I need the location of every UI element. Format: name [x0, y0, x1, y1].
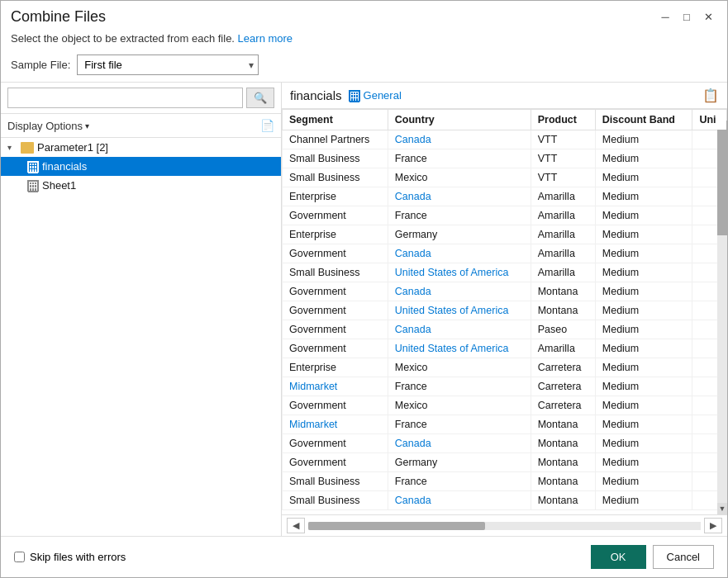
cell-country: France	[388, 206, 531, 225]
cell-country: Canada	[388, 320, 531, 339]
combine-files-dialog: Combine Files ─ □ ✕ Select the object to…	[0, 0, 728, 578]
cell-discount-band: Medium	[595, 282, 692, 301]
search-button[interactable]: 🔍	[246, 88, 274, 108]
data-table: Segment Country Product Discount Band Un…	[282, 109, 727, 510]
title-bar: Combine Files ─ □ ✕	[1, 1, 727, 29]
table-row: Channel Partners Canada VTT Medium	[283, 130, 727, 149]
tree-area: ▾ Parameter1 [2] financials	[1, 138, 281, 536]
cell-country: Canada	[388, 130, 531, 149]
display-options-button[interactable]: Display Options ▾	[7, 120, 89, 132]
cell-product: Montana	[531, 415, 595, 434]
horiz-scroll-track[interactable]	[308, 522, 701, 530]
cancel-button[interactable]: Cancel	[653, 545, 714, 569]
sample-file-row: Sample File: First file Last file Custom	[1, 51, 727, 82]
cell-discount-band: Medium	[595, 377, 692, 396]
table-wrapper: Segment Country Product Discount Band Un…	[282, 109, 727, 514]
cell-country: Canada	[388, 491, 531, 510]
cell-segment: Small Business	[283, 168, 388, 187]
right-panel: financials General 📋	[282, 83, 727, 536]
cell-country: France	[388, 149, 531, 168]
footer-buttons: OK Cancel	[591, 545, 714, 569]
cell-discount-band: Medium	[595, 491, 692, 510]
cell-discount-band: Medium	[595, 225, 692, 244]
minimize-button[interactable]: ─	[656, 7, 674, 26]
scroll-track[interactable]	[717, 121, 727, 503]
cell-country: France	[388, 472, 531, 491]
close-button[interactable]: ✕	[699, 7, 717, 26]
cell-product: Amarilla	[531, 263, 595, 282]
scroll-down-button[interactable]: ▼	[717, 503, 727, 514]
scroll-right-button[interactable]: ▶	[704, 518, 722, 533]
cell-segment: Channel Partners	[283, 130, 388, 149]
cell-discount-band: Medium	[595, 130, 692, 149]
cell-discount-band: Medium	[595, 339, 692, 358]
cell-discount-band: Medium	[595, 434, 692, 453]
cell-country: Mexico	[388, 168, 531, 187]
cell-product: Amarilla	[531, 339, 595, 358]
table-row: Government United States of America Amar…	[283, 339, 727, 358]
scroll-left-button[interactable]: ◀	[287, 518, 305, 533]
footer: Skip files with errors OK Cancel	[1, 536, 727, 577]
table-row: Small Business Mexico VTT Medium	[283, 168, 727, 187]
preview-action-button[interactable]: 📋	[702, 88, 719, 103]
cell-country: United States of America	[388, 339, 531, 358]
table-row: Enterprise Mexico Carretera Medium	[283, 358, 727, 377]
table-general-icon	[349, 90, 360, 102]
cell-discount-band: Medium	[595, 187, 692, 206]
cell-discount-band: Medium	[595, 358, 692, 377]
table-header-row: Segment Country Product Discount Band Un…	[283, 110, 727, 130]
cell-product: Montana	[531, 301, 595, 320]
dialog-title: Combine Files	[11, 8, 106, 26]
new-file-icon-button[interactable]: 📄	[260, 119, 274, 132]
cell-segment: Midmarket	[283, 415, 388, 434]
table-row: Enterprise Germany Amarilla Medium	[283, 225, 727, 244]
maximize-button[interactable]: □	[678, 7, 696, 26]
ok-button[interactable]: OK	[591, 545, 646, 569]
col-segment: Segment	[283, 110, 388, 130]
cell-segment: Government	[283, 282, 388, 301]
tree-node-financials[interactable]: financials	[1, 157, 281, 176]
tree-root-node[interactable]: ▾ Parameter1 [2]	[1, 138, 281, 157]
cell-country: Canada	[388, 244, 531, 263]
table-row: Government United States of America Mont…	[283, 301, 727, 320]
learn-more-link[interactable]: Learn more	[238, 32, 293, 45]
cell-product: Amarilla	[531, 206, 595, 225]
sample-file-select[interactable]: First file Last file Custom	[77, 54, 259, 75]
cell-product: Montana	[531, 453, 595, 472]
cell-product: Montana	[531, 472, 595, 491]
search-input[interactable]	[7, 88, 243, 108]
search-icon: 🔍	[254, 92, 267, 104]
display-options-row: Display Options ▾ 📄	[1, 114, 281, 138]
skip-errors-label: Skip files with errors	[30, 551, 126, 563]
subtitle-text: Select the object to be extracted from e…	[11, 32, 235, 45]
preview-tab-type[interactable]: General	[349, 89, 402, 102]
cell-country: France	[388, 415, 531, 434]
cell-product: VTT	[531, 168, 595, 187]
cell-discount-band: Medium	[595, 453, 692, 472]
cell-discount-band: Medium	[595, 149, 692, 168]
col-discount-band: Discount Band	[595, 110, 692, 130]
cell-country: Germany	[388, 225, 531, 244]
cell-country: Mexico	[388, 358, 531, 377]
skip-errors-checkbox[interactable]	[14, 552, 25, 562]
cell-segment: Enterprise	[283, 187, 388, 206]
table-scroll[interactable]: Segment Country Product Discount Band Un…	[282, 109, 727, 514]
cell-country: Canada	[388, 282, 531, 301]
col-country: Country	[388, 110, 531, 130]
cell-segment: Small Business	[283, 263, 388, 282]
col-product: Product	[531, 110, 595, 130]
table-row: Enterprise Canada Amarilla Medium	[283, 187, 727, 206]
cell-country: France	[388, 377, 531, 396]
table-row: Government Germany Montana Medium	[283, 453, 727, 472]
new-file-icon: 📄	[260, 119, 274, 132]
col-uni: Uni	[692, 110, 727, 130]
cell-segment: Government	[283, 206, 388, 225]
cell-country: Germany	[388, 453, 531, 472]
tree-node-sheet1[interactable]: Sheet1	[1, 176, 281, 195]
preview-tab-type-label: General	[364, 89, 402, 102]
cell-segment: Government	[283, 244, 388, 263]
cell-product: Carretera	[531, 358, 595, 377]
horizontal-scrollbar-row: ◀ ▶	[282, 514, 727, 536]
folder-icon	[21, 142, 34, 154]
cell-segment: Enterprise	[283, 225, 388, 244]
